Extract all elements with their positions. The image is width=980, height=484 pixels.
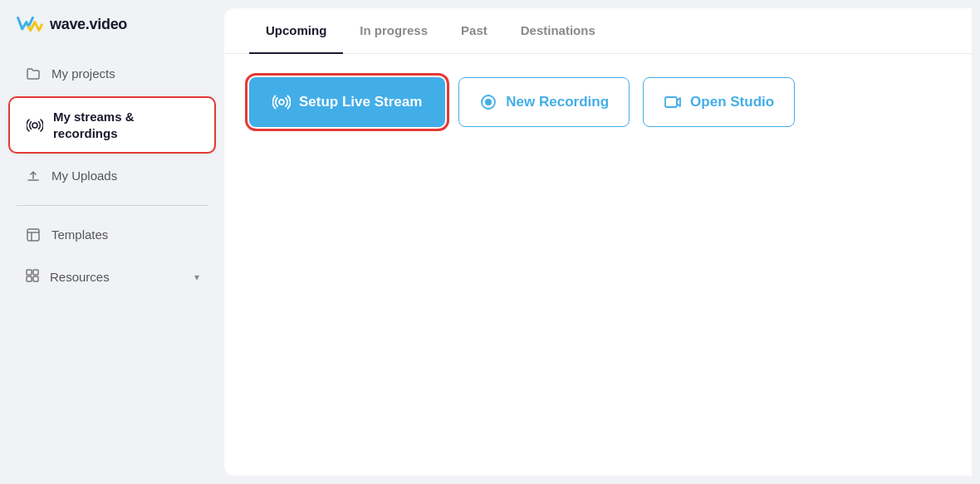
svg-rect-2 [27,270,32,275]
sidebar-item-label-resources: Resources [50,270,110,284]
app-name: wave.video [50,16,127,33]
new-recording-label: New Recording [506,94,609,110]
tab-in-progress[interactable]: In progress [343,8,444,54]
main-content: Upcoming In progress Past Destinations [224,8,972,476]
tab-upcoming[interactable]: Upcoming [249,8,343,54]
nav-divider [17,205,208,206]
open-studio-label: Open Studio [690,94,774,110]
sidebar: wave.video My projects My streams & reco… [0,0,224,484]
chevron-down-icon: ▾ [194,271,199,283]
stream-icon [27,117,43,134]
svg-point-6 [279,100,284,105]
sidebar-item-my-uploads[interactable]: My Uploads [8,157,216,195]
folder-icon [25,66,42,82]
sidebar-item-my-projects[interactable]: My projects [8,55,216,93]
tab-destinations[interactable]: Destinations [504,8,612,54]
resources-icon [25,268,40,286]
logo-icon [17,15,43,33]
sidebar-item-label-my-projects: My projects [51,66,115,82]
sidebar-item-label-my-uploads: My Uploads [51,168,117,184]
svg-rect-3 [33,270,38,275]
logo-area: wave.video [0,15,224,53]
open-studio-button[interactable]: Open Studio [643,77,795,127]
sidebar-item-templates[interactable]: Templates [8,216,216,254]
svg-point-8 [485,99,492,105]
svg-rect-5 [33,276,38,281]
tab-past[interactable]: Past [444,8,504,54]
sidebar-item-label-templates: Templates [51,227,108,243]
new-recording-button[interactable]: New Recording [458,77,630,127]
setup-live-stream-button[interactable]: Setup Live Stream [249,77,445,127]
tabs-bar: Upcoming In progress Past Destinations [224,8,972,54]
svg-point-0 [32,123,37,128]
sidebar-item-resources[interactable]: Resources ▾ [8,257,216,296]
studio-icon [664,93,682,111]
templates-icon [25,227,42,243]
sidebar-item-label-my-streams: My streams & recordings [53,109,198,141]
recording-icon [479,93,497,111]
svg-rect-4 [27,276,32,281]
live-stream-icon [272,93,291,111]
svg-rect-9 [665,97,677,107]
svg-rect-1 [27,229,39,241]
sidebar-item-my-streams[interactable]: My streams & recordings [8,96,216,154]
actions-area: Setup Live Stream New Recording Open Stu… [224,54,972,150]
setup-live-stream-label: Setup Live Stream [299,94,422,110]
upload-icon [25,168,42,184]
